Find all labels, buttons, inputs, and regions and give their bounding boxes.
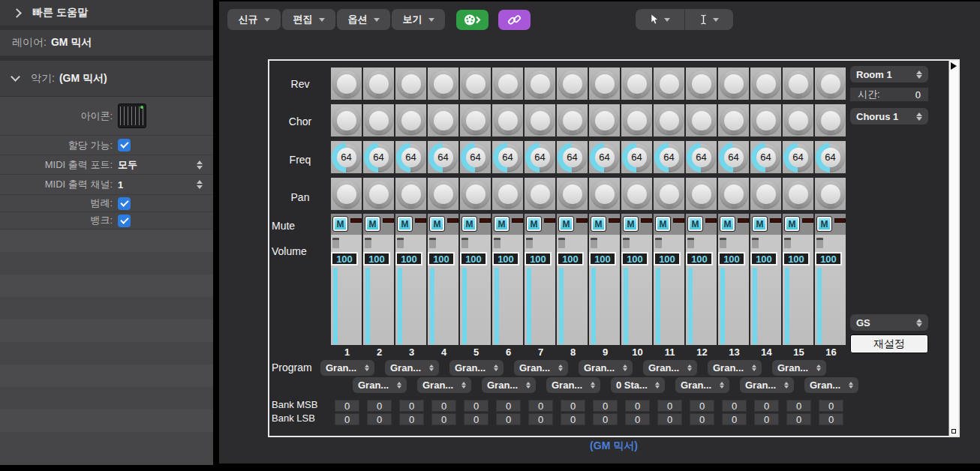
bank-lsb-field[interactable]: 0 xyxy=(431,413,456,425)
bank-lsb-field[interactable]: 0 xyxy=(754,413,779,425)
program-select-ch4[interactable]: Gran... xyxy=(417,377,471,393)
chorus-knob[interactable] xyxy=(559,107,586,134)
volume-fader[interactable]: 100 xyxy=(589,235,620,345)
fader-cap[interactable] xyxy=(752,238,759,248)
reverb-knob[interactable] xyxy=(591,70,618,98)
chorus-knob[interactable] xyxy=(398,107,425,134)
reverb-time-field[interactable]: 시간: 0 xyxy=(850,88,928,101)
mute-button[interactable]: M xyxy=(720,216,735,232)
volume-fader[interactable]: 100 xyxy=(363,235,394,345)
reverb-knob[interactable] xyxy=(624,70,651,98)
legend-checkbox[interactable] xyxy=(118,197,131,210)
fader-cap[interactable] xyxy=(687,238,694,248)
volume-fader[interactable]: 100 xyxy=(492,235,523,345)
bank-msb-field[interactable]: 0 xyxy=(335,400,359,412)
fader-cap[interactable] xyxy=(720,238,726,248)
mute-button[interactable]: M xyxy=(816,216,832,232)
menu-view[interactable]: 보기 xyxy=(392,9,445,30)
chorus-knob[interactable] xyxy=(333,107,360,134)
volume-fader[interactable]: 100 xyxy=(750,235,781,345)
volume-fader[interactable]: 100 xyxy=(718,235,749,345)
mute-button[interactable]: M xyxy=(687,216,703,232)
volume-fader[interactable]: 100 xyxy=(395,235,426,345)
bank-lsb-field[interactable]: 0 xyxy=(625,413,650,425)
bank-lsb-field[interactable]: 0 xyxy=(561,413,585,425)
pan-knob[interactable] xyxy=(462,181,489,208)
freq-knob[interactable]: 64 xyxy=(365,144,392,171)
fader-cap[interactable] xyxy=(591,238,597,248)
freq-knob[interactable]: 64 xyxy=(559,144,586,171)
chorus-knob[interactable] xyxy=(365,107,392,134)
volume-fader[interactable]: 100 xyxy=(331,235,362,345)
bank-msb-field[interactable]: 0 xyxy=(593,400,618,412)
freq-knob[interactable]: 64 xyxy=(462,144,489,171)
chorus-knob[interactable] xyxy=(527,107,554,134)
pan-knob[interactable] xyxy=(365,181,392,208)
stepper-icon[interactable] xyxy=(197,160,203,170)
menu-edit[interactable]: 편집 xyxy=(282,9,335,30)
pan-knob[interactable] xyxy=(495,181,522,208)
gm-standard-select[interactable]: GS xyxy=(850,314,928,331)
program-select-ch12[interactable]: Gran... xyxy=(675,377,729,393)
program-select-ch16[interactable]: Gran... xyxy=(804,377,858,393)
program-select-ch10[interactable]: 0 Sta... xyxy=(611,377,665,393)
volume-fader[interactable]: 100 xyxy=(621,235,652,345)
bank-msb-field[interactable]: 0 xyxy=(431,400,456,412)
program-select-ch5[interactable]: Gran... xyxy=(449,360,504,376)
bank-msb-field[interactable]: 0 xyxy=(496,400,521,412)
freq-knob[interactable]: 64 xyxy=(688,144,715,171)
vertical-scrollbar[interactable] xyxy=(948,61,958,436)
fader-cap[interactable] xyxy=(494,238,501,248)
program-select-ch14[interactable]: Gran... xyxy=(740,377,794,393)
reverb-knob[interactable] xyxy=(430,70,457,98)
bank-lsb-field[interactable]: 0 xyxy=(399,413,424,425)
bank-msb-field[interactable]: 0 xyxy=(625,400,650,412)
bank-lsb-field[interactable]: 0 xyxy=(367,413,392,425)
volume-fader[interactable]: 100 xyxy=(460,235,491,345)
volume-fader[interactable]: 100 xyxy=(815,235,846,345)
mute-button[interactable]: M xyxy=(623,216,639,232)
pan-knob[interactable] xyxy=(430,181,457,208)
freq-knob[interactable]: 64 xyxy=(333,144,360,171)
fader-cap[interactable] xyxy=(816,238,823,248)
volume-fader[interactable]: 100 xyxy=(525,235,555,345)
pointer-tool-menu[interactable] xyxy=(636,9,684,30)
mute-button[interactable]: M xyxy=(655,216,671,232)
pan-knob[interactable] xyxy=(333,181,360,208)
reverb-knob[interactable] xyxy=(656,70,683,98)
bank-lsb-field[interactable]: 0 xyxy=(593,413,618,425)
program-select-ch15[interactable]: Gran... xyxy=(772,360,826,376)
fader-cap[interactable] xyxy=(397,238,404,248)
mute-button[interactable]: M xyxy=(558,216,574,232)
bank-lsb-field[interactable]: 0 xyxy=(786,413,811,425)
program-select-ch9[interactable]: Gran... xyxy=(579,360,633,376)
mute-button[interactable]: M xyxy=(752,216,768,232)
pan-knob[interactable] xyxy=(398,181,425,208)
freq-knob[interactable]: 64 xyxy=(720,144,747,171)
bank-msb-field[interactable]: 0 xyxy=(367,400,392,412)
fader-cap[interactable] xyxy=(365,238,371,248)
bank-msb-field[interactable]: 0 xyxy=(399,400,424,412)
midi-channel-value[interactable]: 1 xyxy=(118,179,123,190)
freq-knob[interactable]: 64 xyxy=(753,144,780,171)
volume-fader[interactable]: 100 xyxy=(783,235,813,345)
reverb-knob[interactable] xyxy=(688,70,715,98)
bank-checkbox[interactable] xyxy=(118,214,131,227)
pan-knob[interactable] xyxy=(559,181,586,208)
freq-knob[interactable]: 64 xyxy=(817,144,844,171)
chorus-knob[interactable] xyxy=(624,107,651,134)
menu-new[interactable]: 신규 xyxy=(227,9,281,30)
pan-knob[interactable] xyxy=(720,181,747,208)
reset-button[interactable]: 재설정 xyxy=(850,334,928,353)
bank-msb-field[interactable]: 0 xyxy=(690,400,714,412)
fader-cap[interactable] xyxy=(623,238,630,248)
volume-fader[interactable]: 100 xyxy=(686,235,717,345)
pan-knob[interactable] xyxy=(688,181,715,208)
reverb-knob[interactable] xyxy=(785,70,812,98)
bank-msb-field[interactable]: 0 xyxy=(819,400,843,412)
menu-options[interactable]: 옵션 xyxy=(337,9,390,30)
pan-knob[interactable] xyxy=(527,181,554,208)
volume-fader[interactable]: 100 xyxy=(654,235,684,345)
reverb-knob[interactable] xyxy=(559,70,586,98)
mute-button[interactable]: M xyxy=(784,216,800,232)
